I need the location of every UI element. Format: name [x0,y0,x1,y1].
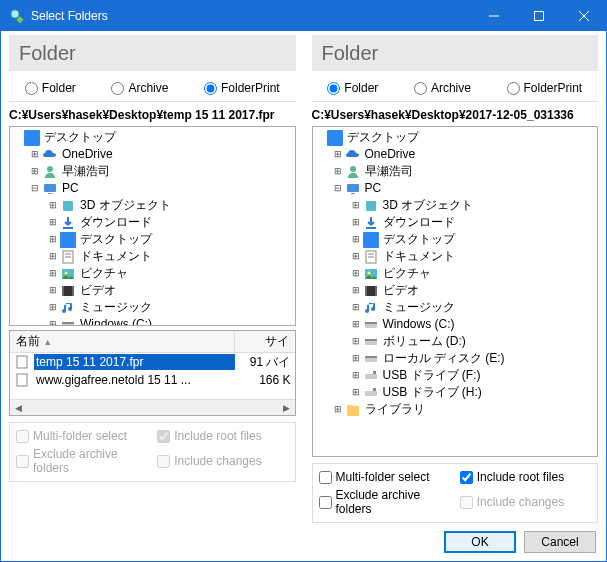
opt-include-root: Include root files [157,429,288,443]
tree-item: ⊞3D オブジェクト [351,197,596,214]
svg-point-32 [367,271,370,274]
maximize-button[interactable] [516,1,561,31]
tree-item: ⊞ミュージック [48,299,293,316]
tree-item: ⊞デスクトップ [48,231,293,248]
tree-item: ⊞USB ドライブ (H:) [351,384,596,401]
svg-point-0 [11,10,19,18]
tree-item: ⊞USB ドライブ (F:) [351,367,596,384]
tree-item: ⊞ローカル ディスク (E:) [351,350,596,367]
tree-item: ⊞ビデオ [351,282,596,299]
list-item[interactable]: www.gigafree.netold 15 11 ... 166 K [10,371,295,389]
svg-rect-44 [365,391,377,396]
svg-rect-25 [351,193,355,194]
svg-rect-37 [365,322,377,324]
tree-item: ⊞ドキュメント [351,248,596,265]
tree-item: ⊞ミュージック [351,299,596,316]
right-path: C:¥Users¥hasek¥Desktop¥2017-12-05_031336 [312,106,599,126]
tree-item: ⊞ダウンロード [48,214,293,231]
left-radio-archive[interactable]: Archive [111,81,168,95]
svg-rect-35 [375,286,377,296]
svg-rect-24 [347,184,359,192]
ok-button[interactable]: OK [444,531,516,553]
right-radio-folderprint[interactable]: FolderPrint [507,81,583,95]
svg-rect-7 [44,184,56,192]
svg-point-23 [350,166,356,172]
svg-rect-26 [366,201,376,211]
left-pane: Folder Folder Archive FolderPrint C:¥Use… [1,31,304,561]
left-file-list[interactable]: 名前 ▲ サイ temp 15 11 2017.fpr 91 バイ www.gi… [9,330,296,416]
svg-rect-34 [365,286,367,296]
tree-item: ⊞早瀬浩司 [30,163,293,180]
svg-rect-8 [48,193,52,194]
opt-include-changes: Include changes [157,447,288,475]
right-header: Folder [312,35,599,71]
opt-exclude-archive: Exclude archive folders [16,447,147,475]
tree-item: ⊞早瀬浩司 [333,163,596,180]
titlebar: Select Folders [1,1,606,31]
left-radio-row: Folder Archive FolderPrint [9,77,296,102]
left-tree[interactable]: デスクトップ ⊞OneDrive ⊞早瀬浩司 ⊟PC ⊞3D オブジェクト ⊞ダ… [9,126,296,326]
svg-rect-21 [17,356,27,368]
horizontal-scrollbar[interactable]: ◀▶ [10,399,295,415]
opt-exclude-archive[interactable]: Exclude archive folders [319,488,450,516]
svg-rect-20 [62,322,74,324]
left-header: Folder [9,35,296,71]
svg-rect-22 [17,374,27,386]
tree-item: ⊞3D オブジェクト [48,197,293,214]
app-icon [9,8,25,24]
svg-rect-9 [63,201,73,211]
svg-rect-3 [534,12,543,21]
tree-item: ⊞Windows (C:) [48,316,293,326]
svg-rect-42 [365,374,377,379]
tree-item: ⊞ピクチャ [351,265,596,282]
tree-item: ⊞ビデオ [48,282,293,299]
tree-item: ⊞OneDrive [333,146,596,163]
right-tree[interactable]: デスクトップ ⊞OneDrive ⊞早瀬浩司 ⊟PC ⊞3D オブジェクト ⊞ダ… [312,126,599,457]
tree-item: ⊞ダウンロード [351,214,596,231]
right-options: Multi-folder select Include root files E… [312,463,599,523]
svg-rect-39 [365,339,377,341]
svg-point-15 [65,271,68,274]
tree-item: ⊞Windows (C:) [351,316,596,333]
opt-include-changes: Include changes [460,488,591,516]
opt-multi-folder[interactable]: Multi-folder select [319,470,450,484]
left-radio-folder[interactable]: Folder [25,81,76,95]
tree-item: ⊟PC [30,180,293,197]
tree-item: ⊞ライブラリ [333,401,596,418]
svg-rect-17 [62,286,64,296]
tree-item: ⊞ピクチャ [48,265,293,282]
right-radio-row: Folder Archive FolderPrint [312,77,599,102]
tree-item: ⊞ボリューム (D:) [351,333,596,350]
tree-item: ⊞OneDrive [30,146,293,163]
svg-rect-47 [347,405,352,408]
svg-rect-45 [373,388,376,391]
tree-item: ⊞デスクトップ [351,231,596,248]
close-button[interactable] [561,1,606,31]
svg-rect-18 [72,286,74,296]
svg-point-6 [47,166,53,172]
tree-item: ⊞ドキュメント [48,248,293,265]
right-radio-archive[interactable]: Archive [414,81,471,95]
svg-rect-10 [63,227,73,229]
opt-include-root[interactable]: Include root files [460,470,591,484]
window-title: Select Folders [31,9,471,23]
tree-item: ⊟PC [333,180,596,197]
left-radio-folderprint[interactable]: FolderPrint [204,81,280,95]
opt-multi-folder: Multi-folder select [16,429,147,443]
left-options: Multi-folder select Include root files E… [9,422,296,482]
list-item[interactable]: temp 15 11 2017.fpr 91 バイ [10,353,295,371]
right-radio-folder[interactable]: Folder [327,81,378,95]
dialog-buttons: OK Cancel [312,531,599,553]
cancel-button[interactable]: Cancel [524,531,596,553]
svg-rect-43 [373,371,376,374]
svg-rect-27 [366,227,376,229]
right-pane: Folder Folder Archive FolderPrint C:¥Use… [304,31,607,561]
left-path: C:¥Users¥hasek¥Desktop¥temp 15 11 2017.f… [9,106,296,126]
minimize-button[interactable] [471,1,516,31]
svg-rect-41 [365,356,377,358]
list-header[interactable]: 名前 ▲ サイ [10,331,295,353]
